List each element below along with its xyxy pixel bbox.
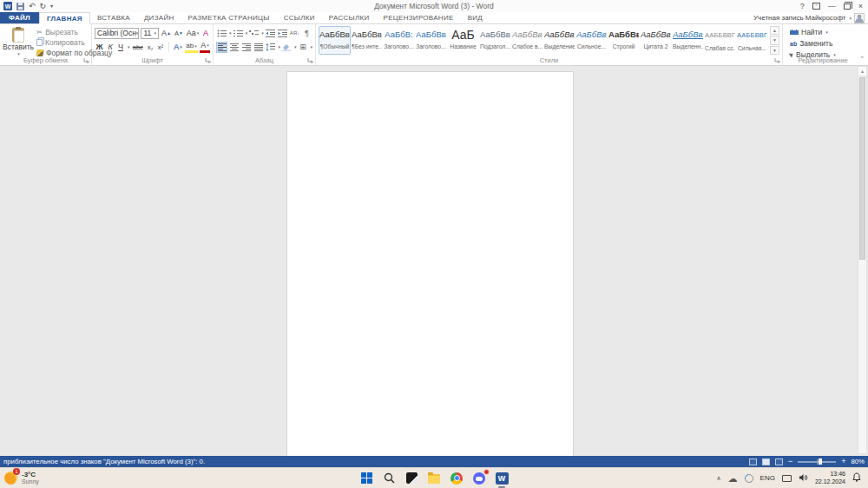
font-size-combo[interactable]: 11 ▾ <box>141 28 159 39</box>
superscript-button[interactable]: х² <box>156 41 165 53</box>
tab-page-layout[interactable]: РАЗМЕТКА СТРАНИЦЫ <box>181 12 277 23</box>
styles-scroll-up-icon[interactable]: ▲ <box>770 26 779 35</box>
weather-widget[interactable]: 1 -3°C Sunny <box>0 471 148 486</box>
chrome-icon[interactable] <box>450 472 464 485</box>
style-title[interactable]: АаБНазвание <box>447 26 479 55</box>
account-button[interactable]: Учетная запись Майкрософт ▾ <box>753 12 868 23</box>
redo-icon[interactable]: ↻ <box>40 1 47 11</box>
tab-design[interactable]: ДИЗАЙН <box>137 12 181 23</box>
discord-icon[interactable] <box>472 472 486 485</box>
style-no-spacing[interactable]: АаБбВвГг,¶Без инте... <box>351 26 383 55</box>
grow-font-button[interactable]: А▲ <box>161 27 172 39</box>
speaker-icon[interactable] <box>799 473 808 484</box>
paragraph-dialog-launcher-icon[interactable] <box>307 57 313 63</box>
tab-review[interactable]: РЕЦЕНЗИРОВАНИЕ <box>377 12 461 23</box>
justify-icon[interactable] <box>253 42 264 53</box>
onedrive-cloud-icon[interactable]: ☁ <box>728 474 738 483</box>
change-case-button[interactable]: Аа▾ <box>186 27 200 39</box>
style-intense-reference[interactable]: АаБбВвГг,Сильная... <box>736 26 768 55</box>
shading-icon[interactable] <box>281 42 293 53</box>
tab-mailings[interactable]: РАССЫЛКИ <box>322 12 377 23</box>
tab-file[interactable]: ФАЙЛ <box>0 12 39 23</box>
subscript-button[interactable]: х₂ <box>146 41 155 53</box>
highlight-color-button[interactable]: ab▾ <box>185 41 198 53</box>
clock[interactable]: 13:46 22.12.2024 <box>815 471 845 486</box>
styles-dialog-launcher-icon[interactable] <box>774 57 780 63</box>
scrollbar-thumb[interactable] <box>859 77 865 260</box>
clear-formatting-button[interactable]: А <box>201 27 210 39</box>
styles-scroll-down-icon[interactable]: ▼ <box>770 36 779 44</box>
search-icon[interactable] <box>382 472 396 485</box>
font-color-button[interactable]: А▾ <box>200 41 210 53</box>
zoom-level[interactable]: 80% <box>851 458 865 465</box>
save-icon[interactable] <box>16 3 24 10</box>
style-normal[interactable]: АаБбВвГг,¶Обычный <box>319 26 351 55</box>
language-indicator[interactable]: ENG <box>760 474 775 482</box>
clipboard-dialog-launcher-icon[interactable] <box>83 57 89 63</box>
style-strong[interactable]: АаБбВвГгСтрогий <box>608 26 640 55</box>
undo-icon[interactable]: ↶ <box>29 1 36 11</box>
sync-icon[interactable] <box>743 472 755 484</box>
web-layout-icon[interactable] <box>775 458 783 465</box>
tab-home[interactable]: ГЛАВНАЯ <box>39 12 90 24</box>
bold-button[interactable]: Ж <box>95 41 104 53</box>
zoom-out-button[interactable]: − <box>788 458 792 465</box>
scroll-up-arrow-icon[interactable]: ▲ <box>858 67 866 76</box>
multilevel-list-icon[interactable] <box>248 28 260 39</box>
vertical-scrollbar[interactable]: ▲ <box>858 66 867 454</box>
decrease-indent-icon[interactable] <box>265 28 276 39</box>
font-dialog-launcher-icon[interactable] <box>205 57 211 63</box>
collapse-ribbon-icon[interactable]: ⌃ <box>859 56 865 63</box>
font-name-combo[interactable]: Calibri (Осн ▾ <box>95 28 139 39</box>
paste-button[interactable]: Вставить ▾ <box>3 26 34 57</box>
style-quote[interactable]: АаБбВвГгЦитата 2 <box>640 26 672 55</box>
zoom-slider-thumb[interactable] <box>819 458 822 465</box>
style-subtle-emphasis[interactable]: АаБбВвГвСлабое в... <box>511 26 543 55</box>
qat-customize-icon[interactable]: ▾ <box>50 1 53 11</box>
dark-app-icon[interactable] <box>404 472 418 485</box>
style-emphasis[interactable]: АаБбВвГгВыделение <box>543 26 575 55</box>
start-button[interactable] <box>359 472 373 485</box>
italic-button[interactable]: К <box>106 41 115 53</box>
borders-icon[interactable]: ⊞ <box>297 42 308 53</box>
read-mode-icon[interactable] <box>749 458 757 465</box>
style-heading1[interactable]: АаБбВ:Заголово... <box>383 26 415 55</box>
text-effects-button[interactable]: А▾ <box>173 41 183 53</box>
styles-more-icon[interactable]: ▼ <box>770 46 779 55</box>
style-subtitle[interactable]: АаБбВвГПодзагол... <box>479 26 511 55</box>
hidden-icons-chevron[interactable]: ∧ <box>716 475 720 482</box>
align-left-icon[interactable] <box>216 42 227 53</box>
increase-indent-icon[interactable] <box>277 28 288 39</box>
chevron-down-icon[interactable]: ▾ <box>128 44 130 49</box>
tab-insert[interactable]: ВСТАВКА <box>90 12 137 23</box>
align-right-icon[interactable] <box>240 42 252 53</box>
style-intense-quote[interactable]: АаБбВвГгВыделенн... <box>672 26 704 55</box>
file-explorer-icon[interactable] <box>427 472 441 485</box>
help-icon[interactable]: ? <box>800 2 805 10</box>
style-intense-emphasis[interactable]: АаБбВвГгСильное... <box>575 26 608 55</box>
show-paragraph-marks-icon[interactable]: ¶ <box>301 28 312 39</box>
strikethrough-button[interactable]: abc <box>132 41 144 53</box>
notification-bell-icon[interactable] <box>852 472 861 484</box>
minimize-icon[interactable]: — <box>828 2 836 10</box>
zoom-in-button[interactable]: + <box>841 458 845 465</box>
align-center-icon[interactable] <box>228 42 240 53</box>
word-taskbar-icon[interactable]: W <box>495 472 509 485</box>
shrink-font-button[interactable]: А▼ <box>174 27 184 39</box>
tab-view[interactable]: ВИД <box>461 12 490 23</box>
word-app-icon[interactable]: W <box>3 2 12 10</box>
document-page[interactable] <box>286 71 574 456</box>
sort-icon[interactable]: АЯ↓ <box>289 28 300 39</box>
style-subtle-reference[interactable]: АаБбВвГг,Слабая сс... <box>704 26 736 55</box>
close-icon[interactable]: × <box>858 2 863 10</box>
print-layout-icon[interactable] <box>762 458 770 465</box>
display-icon[interactable] <box>782 475 792 482</box>
restore-icon[interactable] <box>844 3 851 10</box>
tab-references[interactable]: ССЫЛКИ <box>277 12 322 23</box>
underline-button[interactable]: Ч <box>116 41 125 53</box>
style-heading2[interactable]: АаБбВвГЗаголово... <box>415 26 447 55</box>
bullet-list-icon[interactable] <box>216 28 227 39</box>
replace-button[interactable]: ab Заменить <box>790 38 860 49</box>
line-spacing-icon[interactable] <box>265 42 276 53</box>
find-button[interactable]: Найти ▾ <box>790 27 860 37</box>
